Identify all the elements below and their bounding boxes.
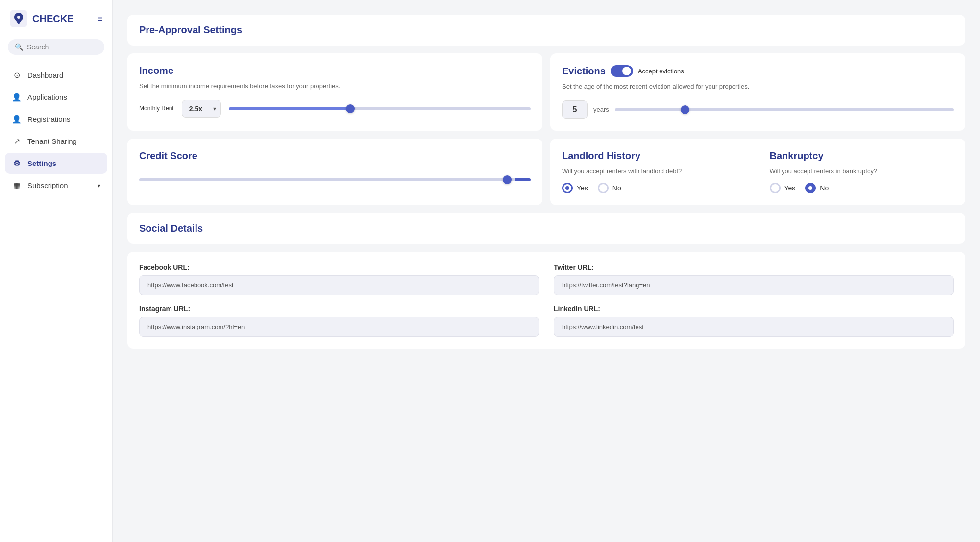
bankruptcy-yes-label: Yes <box>784 184 796 192</box>
pre-approval-title: Pre-Approval Settings <box>139 24 954 36</box>
app-logo-text: CHECKE <box>32 13 74 24</box>
twitter-group: Twitter URL: <box>554 263 954 295</box>
bottom-cards-grid: Credit Score Landlord History Will you a… <box>127 139 965 206</box>
sidebar-item-label: Applications <box>27 93 67 101</box>
income-multiplier-select[interactable]: 1.5x 2.0x 2.5x 3.0x 3.5x <box>182 100 221 118</box>
credit-score-slider[interactable] <box>139 178 531 181</box>
landlord-bankruptcy-card: Landlord History Will you accept renters… <box>550 139 965 206</box>
bankruptcy-no-label: No <box>820 184 829 192</box>
evictions-years-input[interactable] <box>562 100 588 119</box>
instagram-group: Instagram URL: <box>139 305 539 337</box>
pre-approval-header: Pre-Approval Settings <box>127 15 965 46</box>
income-card: Income Set the minimum income requiremen… <box>127 53 542 131</box>
evictions-years-label: years <box>593 106 609 113</box>
evictions-toggle[interactable] <box>611 65 633 77</box>
search-box[interactable]: 🔍 <box>8 39 104 55</box>
monthly-rent-label: Monthly Rent <box>139 105 174 113</box>
sidebar-item-applications[interactable]: 👤 Applications <box>5 87 107 108</box>
landlord-no-option[interactable]: No <box>598 183 621 193</box>
evictions-header: Evictions Accept evictions <box>562 65 954 77</box>
facebook-group: Facebook URL: <box>139 263 539 295</box>
evictions-title: Evictions <box>562 66 606 77</box>
bankruptcy-question: Will you accept renters in bankruptcy? <box>770 166 954 176</box>
landlord-history-radio-group: Yes No <box>562 183 746 193</box>
nav-items: ⊙ Dashboard 👤 Applications 👤 Registratio… <box>0 65 112 196</box>
search-input[interactable] <box>27 43 98 51</box>
evictions-row: years <box>562 100 954 119</box>
hamburger-icon[interactable]: ≡ <box>97 14 102 24</box>
bottom-card-container: Landlord History Will you accept renters… <box>550 139 965 206</box>
landlord-history-question: Will you accept renters with landlord de… <box>562 166 746 176</box>
instagram-label: Instagram URL: <box>139 305 539 313</box>
main-content: Pre-Approval Settings Income Set the min… <box>113 0 980 542</box>
bankruptcy-yes-option[interactable]: Yes <box>770 183 796 193</box>
landlord-yes-label: Yes <box>577 184 588 192</box>
linkedin-label: LinkedIn URL: <box>554 305 954 313</box>
social-details-form: Facebook URL: Twitter URL: Instagram URL… <box>127 252 965 349</box>
sidebar-item-label: Dashboard <box>27 71 63 79</box>
chevron-down-icon: ▾ <box>98 182 100 189</box>
evictions-description: Set the age of the most recent eviction … <box>562 82 954 92</box>
linkedin-input[interactable] <box>554 317 954 337</box>
tenant-sharing-icon: ↗ <box>12 137 22 146</box>
twitter-label: Twitter URL: <box>554 263 954 271</box>
applications-icon: 👤 <box>12 93 22 102</box>
sidebar-item-label: Subscription <box>27 181 68 189</box>
linkedin-group: LinkedIn URL: <box>554 305 954 337</box>
search-icon: 🔍 <box>15 43 23 51</box>
social-details-title: Social Details <box>139 223 954 234</box>
evictions-card: Evictions Accept evictions Set the age o… <box>550 53 965 131</box>
sidebar-item-subscription[interactable]: ▦ Subscription ▾ <box>5 175 107 196</box>
sidebar-item-registrations[interactable]: 👤 Registrations <box>5 109 107 130</box>
landlord-history-section: Landlord History Will you accept renters… <box>550 139 758 206</box>
income-title: Income <box>139 65 531 76</box>
subscription-icon: ▦ <box>12 181 22 190</box>
income-slider[interactable] <box>229 107 531 110</box>
social-details-header: Social Details <box>127 213 965 244</box>
sidebar-item-label: Tenant Sharing <box>27 137 77 145</box>
income-select-wrapper: 1.5x 2.0x 2.5x 3.0x 3.5x ▾ <box>182 100 221 118</box>
facebook-input[interactable] <box>139 275 539 295</box>
sidebar-item-tenant-sharing[interactable]: ↗ Tenant Sharing <box>5 131 107 152</box>
landlord-no-label: No <box>612 184 621 192</box>
instagram-input[interactable] <box>139 317 539 337</box>
evictions-toggle-label: Accept evictions <box>638 68 684 75</box>
bankruptcy-no-radio[interactable] <box>805 183 816 193</box>
logo-area: CHECKE ≡ <box>0 10 112 39</box>
sidebar-item-settings[interactable]: ⚙ Settings <box>5 153 107 174</box>
top-cards-grid: Income Set the minimum income requiremen… <box>127 53 965 131</box>
landlord-no-radio[interactable] <box>598 183 609 193</box>
sidebar-item-dashboard[interactable]: ⊙ Dashboard <box>5 65 107 86</box>
landlord-yes-radio[interactable] <box>562 183 573 193</box>
bankruptcy-title: Bankruptcy <box>770 150 954 162</box>
bankruptcy-radio-group: Yes No <box>770 183 954 193</box>
landlord-history-title: Landlord History <box>562 150 746 162</box>
evictions-slider[interactable] <box>615 108 954 111</box>
sidebar: CHECKE ≡ 🔍 ⊙ Dashboard 👤 Applications 👤 … <box>0 0 113 542</box>
sidebar-item-label: Registrations <box>27 115 71 123</box>
dashboard-icon: ⊙ <box>12 71 22 80</box>
twitter-input[interactable] <box>554 275 954 295</box>
income-row: Monthly Rent 1.5x 2.0x 2.5x 3.0x 3.5x ▾ <box>139 100 531 118</box>
social-details-grid: Facebook URL: Twitter URL: Instagram URL… <box>139 263 954 337</box>
credit-score-card: Credit Score <box>127 139 542 206</box>
income-description: Set the minimum income requirements befo… <box>139 81 531 91</box>
settings-icon: ⚙ <box>12 159 22 168</box>
landlord-yes-option[interactable]: Yes <box>562 183 588 193</box>
bankruptcy-no-option[interactable]: No <box>805 183 829 193</box>
bankruptcy-yes-radio[interactable] <box>770 183 781 193</box>
logo-icon <box>10 10 27 27</box>
credit-score-title: Credit Score <box>139 150 531 162</box>
bankruptcy-section: Bankruptcy Will you accept renters in ba… <box>758 139 966 206</box>
registrations-icon: 👤 <box>12 115 22 124</box>
facebook-label: Facebook URL: <box>139 263 539 271</box>
sidebar-item-label: Settings <box>27 159 56 167</box>
